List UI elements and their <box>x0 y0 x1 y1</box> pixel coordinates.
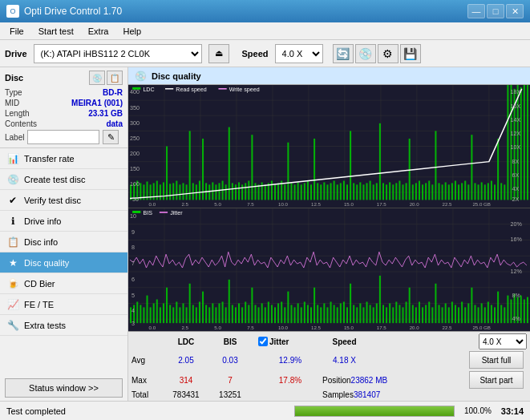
status-window-button[interactable]: Status window >> <box>5 378 123 398</box>
minimize-button[interactable]: — <box>467 4 485 18</box>
drive-eject-button[interactable]: ⏏ <box>208 44 229 63</box>
drive-select[interactable]: (K:) ATAPI iHBS112 2 CL0K <box>34 44 202 63</box>
svg-rect-240 <box>287 292 289 323</box>
svg-rect-277 <box>409 288 411 323</box>
start-part-button[interactable]: Start part <box>469 371 524 389</box>
disc-quality-label: Disc quality <box>24 258 69 268</box>
sidebar-item-transfer-rate[interactable]: 📊 Transfer rate <box>0 148 127 169</box>
svg-rect-293 <box>461 301 463 323</box>
disc-button[interactable]: 💿 <box>355 44 376 63</box>
svg-rect-264 <box>366 301 368 323</box>
speed-selector[interactable]: 4.0 X <box>479 333 527 349</box>
sidebar-item-disc-info[interactable]: 📋 Disc info <box>0 232 127 252</box>
svg-rect-69 <box>297 182 299 200</box>
svg-rect-247 <box>310 307 312 323</box>
svg-rect-206 <box>176 301 177 323</box>
svg-rect-111 <box>435 131 436 200</box>
svg-rect-209 <box>186 307 188 323</box>
svg-rect-61 <box>271 181 273 200</box>
sidebar-item-fe-te[interactable]: 📈 FE / TE <box>0 294 127 315</box>
svg-rect-107 <box>422 184 423 200</box>
menu-start-test[interactable]: Start test <box>32 25 80 38</box>
svg-rect-274 <box>399 305 400 323</box>
svg-rect-267 <box>376 303 378 323</box>
svg-rect-197 <box>146 296 148 324</box>
close-button[interactable]: ✕ <box>506 4 524 18</box>
svg-text:400: 400 <box>130 90 140 95</box>
maximize-button[interactable]: □ <box>487 4 504 18</box>
svg-rect-261 <box>356 307 358 323</box>
menu-extra[interactable]: Extra <box>82 25 115 38</box>
svg-rect-284 <box>431 307 433 323</box>
jitter-checkbox[interactable] <box>258 337 268 346</box>
disc-icon-btn1[interactable]: 💿 <box>89 71 105 85</box>
verify-test-disc-label: Verify test disc <box>24 196 81 205</box>
sidebar-item-disc-quality[interactable]: ★ Disc quality <box>0 252 127 273</box>
sidebar-item-extra-tests[interactable]: 🔧 Extra tests <box>0 315 127 336</box>
svg-rect-286 <box>438 305 439 323</box>
svg-rect-232 <box>261 303 263 323</box>
speed-header: Speed <box>322 337 366 346</box>
svg-rect-33 <box>179 184 180 200</box>
svg-text:12.5: 12.5 <box>311 325 322 330</box>
svg-rect-256 <box>340 303 342 323</box>
samples-value: 381407 <box>354 390 402 399</box>
svg-text:20.0: 20.0 <box>410 325 420 330</box>
start-full-button[interactable]: Start full <box>469 351 524 369</box>
svg-rect-126 <box>484 184 486 200</box>
svg-rect-117 <box>455 181 456 200</box>
svg-rect-82 <box>340 183 342 200</box>
svg-rect-290 <box>451 301 453 323</box>
svg-text:50: 50 <box>132 197 139 203</box>
svg-text:10.0: 10.0 <box>278 325 289 330</box>
svg-rect-54 <box>248 181 249 200</box>
menu-help[interactable]: Help <box>116 25 148 38</box>
svg-rect-66 <box>287 143 289 200</box>
label-input[interactable] <box>27 130 99 144</box>
disc-quality-title: Disc quality <box>152 71 201 81</box>
sidebar-item-cd-bier[interactable]: 🍺 CD Bier <box>0 273 127 294</box>
svg-rect-72 <box>307 181 309 200</box>
drivebar: Drive (K:) ATAPI iHBS112 2 CL0K ⏏ Speed … <box>0 40 530 67</box>
refresh-button[interactable]: 🔄 <box>333 44 354 63</box>
svg-rect-276 <box>406 301 407 323</box>
svg-text:8: 8 <box>131 244 135 250</box>
svg-text:5: 5 <box>131 293 135 298</box>
save-button[interactable]: 💾 <box>400 44 421 63</box>
svg-rect-194 <box>136 301 138 323</box>
speed-select[interactable]: 4.0 X <box>275 44 323 63</box>
svg-rect-100 <box>399 181 400 200</box>
svg-rect-70 <box>301 184 302 200</box>
svg-rect-80 <box>334 181 335 200</box>
svg-rect-269 <box>382 305 384 323</box>
svg-text:2X: 2X <box>512 197 520 203</box>
sidebar-item-drive-info[interactable]: ℹ Drive info <box>0 211 127 232</box>
svg-text:10.0: 10.0 <box>278 202 289 207</box>
svg-rect-88 <box>359 182 361 200</box>
settings-button[interactable]: ⚙ <box>378 44 399 63</box>
svg-rect-56 <box>254 183 256 200</box>
svg-text:Write speed: Write speed <box>229 87 260 93</box>
drive-label: Drive <box>5 49 27 59</box>
svg-text:22.5: 22.5 <box>443 325 453 330</box>
menu-file[interactable]: File <box>3 25 30 38</box>
svg-rect-306 <box>504 307 505 323</box>
svg-rect-241 <box>290 305 292 323</box>
svg-rect-226 <box>241 307 243 323</box>
sidebar-item-create-test-disc[interactable]: 💿 Create test disc <box>0 169 127 190</box>
svg-text:5.0: 5.0 <box>214 202 221 207</box>
label-apply-button[interactable]: ✎ <box>103 130 119 144</box>
svg-text:18X: 18X <box>510 90 520 95</box>
sidebar-item-verify-test-disc[interactable]: ✔ Verify test disc <box>0 190 127 211</box>
svg-rect-118 <box>458 184 459 200</box>
extra-tests-icon: 🔧 <box>6 319 19 332</box>
svg-rect-217 <box>212 303 213 323</box>
disc-icon-btn2[interactable]: 📋 <box>107 71 123 85</box>
disc-panel: Disc 💿 📋 Type BD-R MID MEIRA1 (001) Leng… <box>0 67 127 148</box>
svg-rect-271 <box>389 303 390 323</box>
svg-rect-298 <box>478 307 479 323</box>
mid-value: MEIRA1 (001) <box>71 99 123 107</box>
svg-text:25.0 GB: 25.0 GB <box>472 325 490 330</box>
svg-rect-233 <box>265 307 266 323</box>
svg-text:6X: 6X <box>512 172 520 178</box>
